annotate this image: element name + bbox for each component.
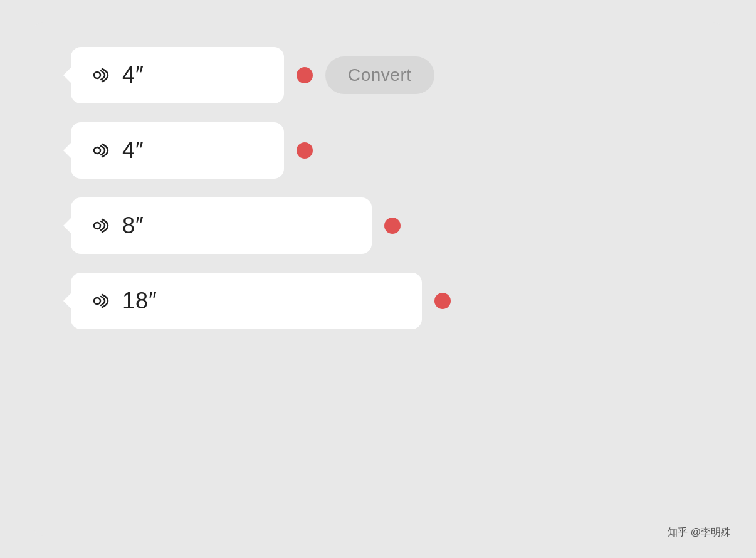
svg-point-0: [94, 72, 100, 78]
red-dot-3: [384, 218, 401, 234]
main-container: 4″ Convert 4″: [33, 22, 723, 536]
row-4: 18″: [71, 273, 685, 329]
convert-button-1[interactable]: Convert: [325, 56, 434, 94]
audio-icon-4: [90, 290, 112, 312]
audio-label-3: 8″: [122, 213, 144, 239]
audio-label-1: 4″: [122, 62, 144, 88]
audio-card-4: 18″: [71, 273, 422, 329]
svg-point-2: [94, 223, 100, 229]
audio-icon-2: [90, 139, 112, 162]
audio-card-3: 8″: [71, 197, 372, 254]
watermark: 知乎 @李明殊: [668, 526, 731, 539]
audio-icon-1: [90, 64, 112, 87]
red-dot-4: [434, 293, 451, 309]
svg-point-3: [94, 298, 100, 304]
audio-label-2: 4″: [122, 137, 144, 164]
svg-point-1: [94, 147, 100, 154]
row-3: 8″: [71, 197, 685, 254]
audio-card-2: 4″: [71, 122, 284, 179]
audio-icon-3: [90, 214, 112, 237]
row-2: 4″: [71, 122, 685, 179]
audio-card-1: 4″: [71, 47, 284, 103]
red-dot-2: [297, 142, 313, 159]
audio-label-4: 18″: [122, 288, 157, 314]
row-1: 4″ Convert: [71, 47, 685, 103]
red-dot-1: [297, 67, 313, 83]
